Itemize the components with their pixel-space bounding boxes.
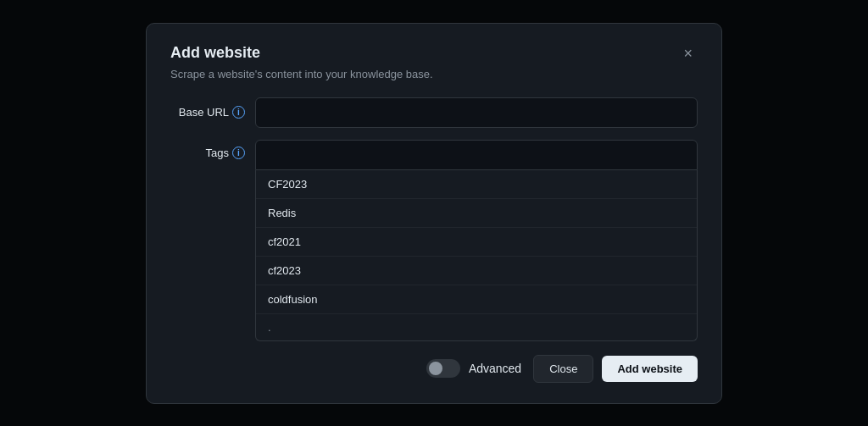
modal-subtitle: Scrape a website's content into your kno…	[170, 68, 698, 80]
advanced-toggle[interactable]	[426, 359, 460, 378]
dropdown-item-cf2023-lower[interactable]: cf2023	[256, 257, 697, 285]
dropdown-item-coldfusion[interactable]: coldfusion	[256, 285, 697, 314]
base-url-info-icon[interactable]: i	[232, 106, 245, 119]
tags-container: CF2023 Redis cf2021 cf2023 coldfusion .	[255, 140, 698, 341]
add-website-modal: Add website × Scrape a website's content…	[146, 23, 722, 404]
base-url-input[interactable]	[255, 97, 698, 128]
advanced-label: Advanced	[469, 362, 521, 375]
dropdown-item-redis[interactable]: Redis	[256, 199, 697, 228]
modal-close-button[interactable]: ×	[678, 44, 698, 63]
toggle-thumb	[429, 362, 442, 375]
add-website-button[interactable]: Add website	[602, 356, 698, 382]
dropdown-more-indicator: .	[256, 314, 697, 340]
tags-input[interactable]	[255, 140, 698, 170]
dropdown-item-cf2021[interactable]: cf2021	[256, 228, 697, 257]
modal-footer: Advanced Close Add website	[170, 355, 698, 383]
tags-info-icon[interactable]: i	[232, 147, 245, 159]
base-url-row: Base URL i	[170, 97, 698, 128]
tags-row: Tags i CF2023 Redis cf2021 cf2023 coldfu…	[170, 140, 698, 341]
base-url-label: Base URL i	[170, 106, 255, 119]
tags-dropdown: CF2023 Redis cf2021 cf2023 coldfusion .	[255, 170, 698, 341]
modal-overlay: Add website × Scrape a website's content…	[0, 0, 868, 426]
advanced-section: Advanced	[426, 359, 521, 378]
modal-title: Add website	[170, 44, 260, 62]
modal-header: Add website ×	[170, 44, 698, 63]
toggle-track	[426, 359, 460, 378]
tags-label: Tags i	[170, 140, 255, 159]
dropdown-item-cf2023[interactable]: CF2023	[256, 170, 697, 199]
close-button[interactable]: Close	[533, 355, 593, 383]
